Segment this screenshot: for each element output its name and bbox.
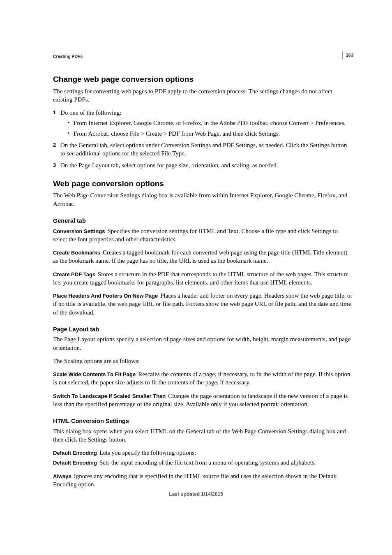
heading-web-conversion-options: Web page conversion options xyxy=(53,178,353,189)
definition: Create BookmarksCreates a tagged bookmar… xyxy=(53,248,353,265)
page: 163 Creating PDFs Change web page conver… xyxy=(0,0,392,518)
heading-change-options: Change web page conversion options xyxy=(53,74,353,85)
breadcrumb: Creating PDFs xyxy=(53,53,353,59)
term: Default Encoding xyxy=(53,460,97,466)
list-item: On the General tab, select options under… xyxy=(53,141,353,158)
definition: Place Headers And Footers On New PagePla… xyxy=(53,291,353,317)
term: Switch To Landscape If Scaled Smaller Th… xyxy=(53,393,166,399)
bullet-list: From Internet Explorer, Google Chrome, o… xyxy=(68,119,353,138)
paragraph: The Scaling options are as follows: xyxy=(53,357,353,365)
term: Create Bookmarks xyxy=(53,250,100,256)
list-item: Do one of the following: From Internet E… xyxy=(53,109,353,138)
paragraph: The Page Layout options specify a select… xyxy=(53,335,353,352)
definition-desc: Sets the input encoding of the file text… xyxy=(99,459,316,466)
definition: Scale Wide Contents To Fit PageRescales … xyxy=(53,370,353,387)
paragraph: The Web Page Conversion Settings dialog … xyxy=(53,191,353,208)
ordered-list: Do one of the following: From Internet E… xyxy=(53,109,353,169)
term: Place Headers And Footers On New Page xyxy=(53,293,158,299)
term: Always xyxy=(53,473,71,479)
footer-last-updated: Last updated 1/14/2015 xyxy=(0,491,392,497)
list-item: From Acrobat, choose File > Create > PDF… xyxy=(68,130,353,138)
heading-html-conversion-settings: HTML Conversion Settings xyxy=(53,417,353,426)
definition: Default EncodingLets you specify the fol… xyxy=(53,449,353,457)
heading-general-tab: General tab xyxy=(53,217,353,225)
list-item: From Internet Explorer, Google Chrome, o… xyxy=(68,119,353,127)
page-number: 163 xyxy=(342,51,353,59)
paragraph: This dialog box opens when you select HT… xyxy=(53,427,353,444)
definition-desc: Lets you specify the following options: xyxy=(99,449,196,456)
definition: Conversion SettingsSpecifies the convers… xyxy=(53,227,353,244)
term: Scale Wide Contents To Fit Page xyxy=(53,371,136,377)
definition-desc: Stores a structure in the PDF that corre… xyxy=(53,271,348,286)
list-item: On the Page Layout tab, select options f… xyxy=(53,161,353,169)
definition: Create PDF TagsStores a structure in the… xyxy=(53,270,353,287)
definition: Switch To Landscape If Scaled Smaller Th… xyxy=(53,392,353,409)
term: Default Encoding xyxy=(53,450,97,456)
heading-page-layout-tab: Page Layout tab xyxy=(53,326,353,334)
term: Conversion Settings xyxy=(53,228,105,234)
term: Create PDF Tags xyxy=(53,271,95,278)
definition-desc: Ignores any encoding that is specified i… xyxy=(53,473,337,488)
step-text: Do one of the following: xyxy=(60,109,121,116)
paragraph: The settings for converting web pages to… xyxy=(53,87,353,104)
definition: AlwaysIgnores any encoding that is speci… xyxy=(53,472,353,489)
definition: Default EncodingSets the input encoding … xyxy=(53,458,353,467)
